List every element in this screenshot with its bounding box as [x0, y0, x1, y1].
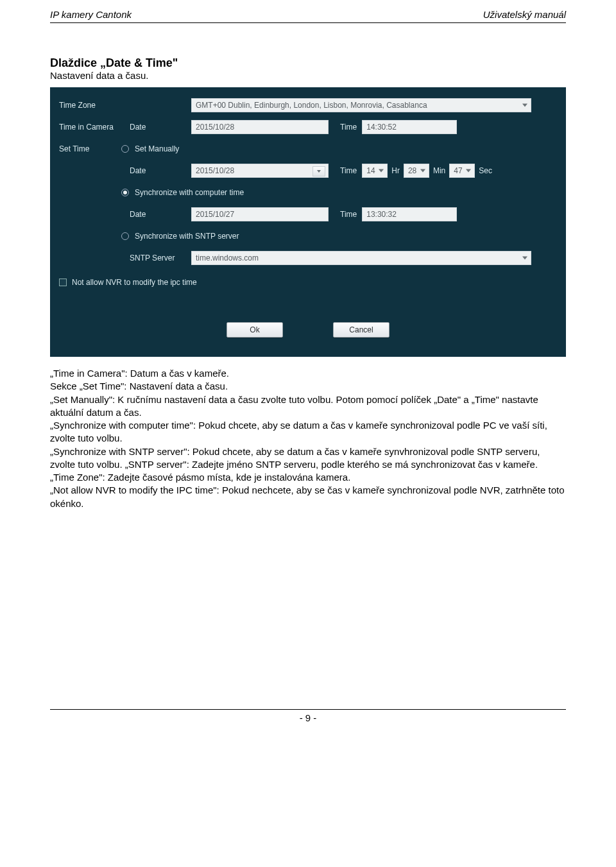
section-subtitle: Nastavení data a času.	[0, 70, 616, 85]
checkbox-nvr-modify[interactable]	[59, 279, 67, 286]
timezone-select[interactable]: GMT+00 Dublin, Edinburgh, London, Lisbon…	[191, 98, 531, 112]
label-date-computer: Date	[130, 210, 191, 219]
label-min: Min	[429, 166, 449, 175]
label-set-manually: Set Manually	[130, 144, 179, 153]
chevron-down-icon	[522, 257, 527, 260]
hour-select[interactable]: 14	[362, 164, 388, 178]
header-right: Uživatelský manuál	[483, 9, 566, 20]
button-bar: Ok Cancel	[59, 322, 557, 338]
label-sntp-server: SNTP Server	[130, 253, 191, 262]
page-header: IP kamery Cantonk Uživatelský manuál	[0, 0, 616, 21]
header-left: IP kamery Cantonk	[50, 9, 132, 20]
manual-date-input[interactable]: 2015/10/28	[191, 164, 329, 178]
computer-date-value: 2015/10/27	[196, 210, 234, 219]
label-time: Time	[329, 123, 362, 132]
label-time-computer: Time	[329, 210, 362, 219]
label-sync-sntp: Synchronize with SNTP server	[130, 232, 239, 241]
body-p1: „Time in Camera": Datum a čas v kameře.	[50, 367, 566, 380]
section-title: Dlaždice „Date & Time"	[0, 56, 616, 70]
cancel-button[interactable]: Cancel	[333, 322, 389, 338]
body-p3: „Set Manually": K ručnímu nastavení data…	[50, 393, 566, 420]
ok-button[interactable]: Ok	[227, 322, 283, 338]
label-timezone: Time Zone	[59, 101, 121, 110]
manual-date-value: 2015/10/28	[196, 166, 234, 175]
label-time-in-camera: Time in Camera	[59, 123, 121, 132]
camera-time-field: 14:30:52	[362, 120, 457, 134]
body-p5: „Synchronize with SNTP server": Pokud ch…	[50, 445, 566, 472]
page-number: - 9 -	[0, 710, 616, 732]
radio-sync-computer[interactable]	[121, 189, 129, 196]
chevron-down-icon	[420, 169, 425, 173]
chevron-down-icon	[379, 169, 384, 173]
camera-time-value: 14:30:52	[366, 123, 397, 132]
second-select[interactable]: 47	[449, 164, 475, 178]
radio-sync-sntp[interactable]	[121, 232, 129, 240]
camera-date-field: 2015/10/28	[191, 120, 329, 134]
body-p7: „Not allow NVR to modify the IPC time": …	[50, 484, 566, 510]
computer-time-field: 13:30:32	[362, 207, 457, 221]
body-p2: Sekce „Set Time": Nastavení data a času.	[50, 380, 566, 393]
settings-panel: Time Zone GMT+00 Dublin, Edinburgh, Lond…	[50, 87, 566, 357]
label-nvr-modify: Not allow NVR to modify the ipc time	[67, 278, 197, 287]
computer-date-field: 2015/10/27	[191, 207, 329, 221]
label-date: Date	[130, 123, 191, 132]
timezone-value: GMT+00 Dublin, Edinburgh, London, Lisbon…	[196, 101, 427, 110]
body-text: „Time in Camera": Datum a čas v kameře. …	[0, 361, 616, 510]
minute-select[interactable]: 28	[404, 164, 429, 178]
label-sync-computer: Synchronize with computer time	[130, 188, 244, 197]
chevron-down-icon	[522, 104, 527, 107]
label-date-manual: Date	[130, 166, 191, 175]
label-sec: Sec	[475, 166, 496, 175]
minute-value: 28	[408, 166, 416, 175]
radio-set-manually[interactable]	[121, 145, 129, 153]
label-set-time: Set Time	[59, 144, 121, 153]
body-p6: „Time Zone": Zadejte časové pásmo místa,…	[50, 471, 566, 484]
camera-date-value: 2015/10/28	[196, 123, 234, 132]
body-p4: „Synchronize with computer time": Pokud …	[50, 419, 566, 445]
label-time-manual: Time	[329, 166, 362, 175]
calendar-dropdown-icon[interactable]	[312, 166, 325, 176]
hour-value: 14	[366, 166, 375, 175]
chevron-down-icon	[466, 169, 471, 173]
computer-time-value: 13:30:32	[366, 210, 397, 219]
label-hr: Hr	[388, 166, 404, 175]
second-value: 47	[454, 166, 462, 175]
sntp-server-select[interactable]: time.windows.com	[191, 251, 531, 265]
sntp-server-value: time.windows.com	[196, 253, 259, 262]
